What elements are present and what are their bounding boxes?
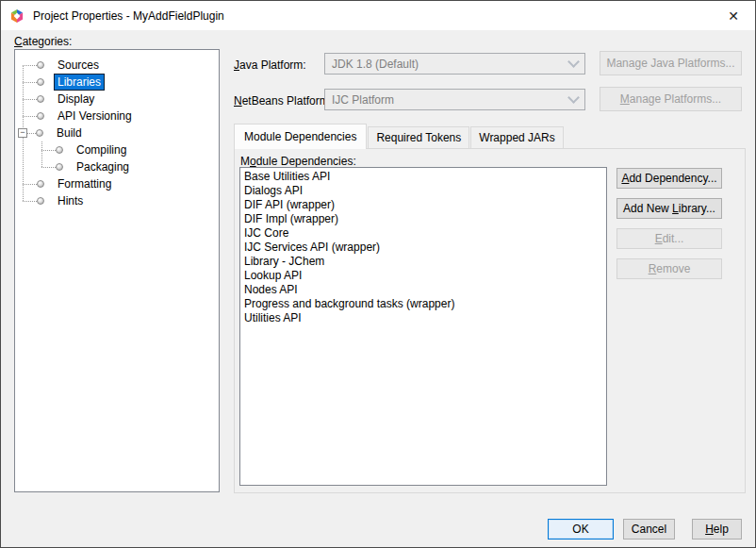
- tree-connector: [23, 65, 37, 66]
- dependency-list-item[interactable]: DIF API (wrapper): [240, 198, 606, 212]
- netbeans-logo-icon: [9, 8, 25, 24]
- tree-connector: [23, 82, 37, 83]
- manage-platforms-button[interactable]: Manage Platforms...: [600, 87, 742, 111]
- tree-connector: [23, 116, 37, 117]
- tree-connector: [41, 167, 56, 168]
- dependency-action-button[interactable]: Add New Library...: [616, 198, 722, 219]
- module-dependencies-label: Module Dependencies:: [240, 155, 356, 168]
- chevron-down-icon: [567, 56, 580, 68]
- dependency-list-item[interactable]: Lookup API: [240, 269, 606, 283]
- manage-java-platforms-label: Manage Java Platforms...: [606, 57, 734, 70]
- tree-item-label: Formatting: [55, 176, 114, 191]
- manage-java-platforms-button[interactable]: Manage Java Platforms...: [600, 51, 742, 75]
- tree-item[interactable]: Compiling: [15, 141, 219, 158]
- category-node-icon: [37, 197, 44, 205]
- tree-item-label: Compiling: [74, 142, 129, 158]
- close-icon: ✕: [728, 8, 739, 24]
- dependency-action-label: Add New Library...: [623, 202, 715, 215]
- tab[interactable]: Required Tokens: [368, 126, 469, 149]
- dependency-list-item[interactable]: IJC Services API (wrapper): [240, 241, 606, 255]
- dependency-list-item[interactable]: DIF Impl (wrapper): [240, 212, 606, 226]
- netbeans-platform-select[interactable]: IJC Platform: [324, 89, 585, 110]
- tab[interactable]: Module Dependencies: [234, 124, 367, 149]
- tree-item[interactable]: − Build: [15, 125, 219, 141]
- dependency-action-button[interactable]: Add Dependency...: [616, 168, 722, 189]
- category-node-icon: [56, 163, 63, 171]
- collapse-expander-icon[interactable]: −: [18, 128, 27, 138]
- tree-item-label: Hints: [55, 193, 86, 208]
- manage-platforms-label: Manage Platforms...: [620, 92, 721, 106]
- dependency-list-item[interactable]: Dialogs API: [240, 184, 606, 198]
- dependency-action-button[interactable]: Remove: [616, 258, 722, 279]
- tree-item[interactable]: Packaging: [15, 158, 219, 175]
- tab-bar: Module Dependencies Required Tokens Wrap…: [234, 124, 565, 149]
- netbeans-platform-label: NetBeans Platform:: [234, 94, 332, 108]
- category-node-icon: [36, 129, 43, 137]
- help-button-label: Help: [705, 523, 729, 536]
- categories-tree: Sources Libraries Display API Versioni: [14, 49, 220, 492]
- ok-button-label: OK: [572, 523, 588, 536]
- project-properties-dialog: Project Properties - MyAddFieldPlugin ✕ …: [0, 0, 756, 548]
- tree-item-label: Sources: [55, 58, 102, 73]
- tab-label: Required Tokens: [376, 131, 461, 144]
- category-node-icon: [37, 78, 44, 86]
- module-dependencies-panel: Module Dependencies: Base Utilities API …: [234, 148, 746, 493]
- tree-connector: [41, 150, 56, 151]
- tab[interactable]: Wrapped JARs: [470, 126, 563, 149]
- categories-label: Categories:: [14, 35, 72, 48]
- tree-item[interactable]: Display: [15, 91, 219, 108]
- dependency-list-item[interactable]: Nodes API: [240, 283, 606, 297]
- ok-button[interactable]: OK: [548, 519, 614, 540]
- cancel-button[interactable]: Cancel: [623, 519, 675, 540]
- java-platform-select[interactable]: JDK 1.8 (Default): [324, 53, 585, 75]
- dependency-action-label: Edit...: [655, 232, 684, 245]
- window-title: Project Properties - MyAddFieldPlugin: [33, 9, 224, 23]
- tree-item-label: Display: [55, 91, 97, 107]
- java-platform-label: Java Platform:: [234, 58, 306, 72]
- tree-item-label: Packaging: [74, 159, 132, 174]
- module-dependencies-list: Base Utilities API Dialogs API DIF API (…: [239, 167, 607, 486]
- category-node-icon: [56, 146, 63, 154]
- title-bar: Project Properties - MyAddFieldPlugin ✕: [1, 1, 755, 30]
- dependency-list-item[interactable]: Library - JChem: [240, 255, 606, 269]
- tree-connector: [23, 99, 37, 100]
- dependency-list-item[interactable]: Base Utilities API: [240, 170, 606, 184]
- dependency-action-label: Remove: [649, 262, 691, 275]
- tree-item[interactable]: Sources: [15, 57, 219, 74]
- tree-item-label: Build: [54, 125, 85, 141]
- tree-item[interactable]: API Versioning: [15, 108, 219, 125]
- category-node-icon: [37, 95, 44, 103]
- dependency-action-label: Add Dependency...: [621, 172, 716, 185]
- tree-connector: [23, 201, 37, 202]
- tree-connector: [23, 184, 37, 185]
- category-node-icon: [37, 180, 44, 188]
- tree-item[interactable]: Libraries: [15, 74, 219, 91]
- dependency-list-item[interactable]: Utilities API: [240, 311, 606, 325]
- dependency-list-item[interactable]: IJC Core: [240, 226, 606, 241]
- tab-label: Module Dependencies: [244, 130, 356, 143]
- java-platform-value: JDK 1.8 (Default): [332, 58, 419, 71]
- cancel-button-label: Cancel: [632, 523, 666, 536]
- help-button[interactable]: Help: [692, 519, 742, 540]
- tree-connector: [27, 133, 36, 134]
- dependency-action-button[interactable]: Edit...: [616, 228, 722, 249]
- tree-item-label: Libraries: [55, 75, 104, 90]
- tree-item[interactable]: Hints: [15, 192, 219, 209]
- tree-item[interactable]: Formatting: [15, 175, 219, 192]
- chevron-down-icon: [567, 91, 580, 104]
- tab-label: Wrapped JARs: [479, 131, 554, 144]
- category-node-icon: [37, 112, 44, 120]
- dependency-list-item[interactable]: Progress and background tasks (wrapper): [240, 297, 606, 311]
- close-button[interactable]: ✕: [712, 1, 755, 30]
- tree-item-label: API Versioning: [55, 108, 135, 124]
- dependency-buttons: Add Dependency... Add New Library... Edi…: [616, 168, 722, 289]
- netbeans-platform-value: IJC Platform: [332, 93, 394, 107]
- category-node-icon: [37, 61, 44, 69]
